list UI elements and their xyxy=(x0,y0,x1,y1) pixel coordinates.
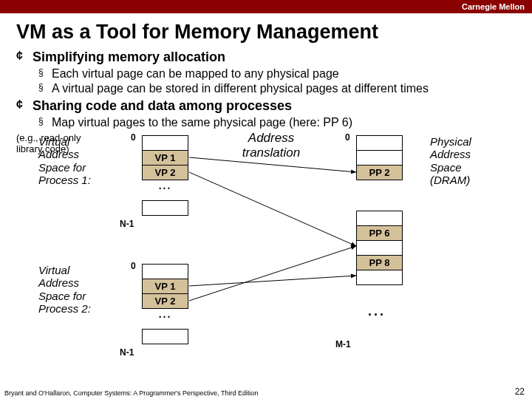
vas1-label: Virtual Address Space for Process 1: xyxy=(38,135,98,186)
bullet-marker: § xyxy=(38,82,52,92)
vas2-label: Virtual Address Space for Process 2: xyxy=(38,264,98,315)
header-bar: Carnegie Mellon xyxy=(0,0,532,13)
bullet-mapped: § Each virtual page can be mapped to any… xyxy=(38,67,516,81)
pp8-cell: PP 8 xyxy=(357,256,403,270)
bullet-simplifying: ¢ Simplifying memory allocation xyxy=(16,50,516,65)
dots: ... xyxy=(368,304,386,319)
vp1-cell: VP 1 xyxy=(143,279,188,294)
vas2-table: VP 1 VP 2 ... xyxy=(142,264,188,344)
bullet-stored: § A virtual page can be stored in differ… xyxy=(38,82,516,95)
vp2-cell: VP 2 xyxy=(143,294,188,309)
bullet-text: Simplifying memory allocation xyxy=(33,50,225,65)
bullet-text: Map virtual pages to the same physical p… xyxy=(52,116,352,129)
dots: ... xyxy=(143,180,188,191)
pas-label: Physical Address Space (DRAM) xyxy=(430,135,500,186)
svg-line-1 xyxy=(189,172,356,246)
slide-title: VM as a Tool for Memory Management xyxy=(0,13,532,50)
pp6-cell: PP 6 xyxy=(357,226,403,241)
idx-zero: 0 xyxy=(345,132,350,143)
bullet-map-same: § Map virtual pages to the same physical… xyxy=(38,116,516,129)
bullet-text: Each virtual page can be mapped to any p… xyxy=(52,67,339,81)
content-area: ¢ Simplifying memory allocation § Each v… xyxy=(0,50,532,358)
vp1-cell: VP 1 xyxy=(143,151,188,166)
pas-table: PP 2 PP 6 PP 8 xyxy=(356,135,403,285)
bullet-marker: ¢ xyxy=(16,98,33,112)
idx-zero: 0 xyxy=(131,132,136,143)
page-number: 22 xyxy=(515,386,525,397)
bullet-text: A virtual page can be stored in differen… xyxy=(52,82,429,95)
bullet-text: Sharing code and data among processes xyxy=(33,98,292,114)
idx-n1: N-1 xyxy=(120,347,134,358)
bullet-marker: § xyxy=(38,116,52,126)
idx-m1: M-1 xyxy=(335,339,351,349)
svg-line-3 xyxy=(189,246,356,301)
bullet-marker: § xyxy=(38,67,52,78)
org-name: Carnegie Mellon xyxy=(462,2,525,11)
svg-line-2 xyxy=(189,276,356,286)
idx-n1: N-1 xyxy=(120,219,134,229)
dots: ... xyxy=(143,309,188,319)
idx-zero: 0 xyxy=(131,261,136,271)
bullet-marker: ¢ xyxy=(16,50,33,63)
bullet-sharing: ¢ Sharing code and data among processes xyxy=(16,98,516,114)
vp2-cell: VP 2 xyxy=(143,166,188,180)
vas1-table: VP 1 VP 2 ... xyxy=(142,135,188,216)
diagram: Virtual Address Space for Process 1: Vir… xyxy=(16,132,516,358)
pp2-cell: PP 2 xyxy=(357,166,403,180)
addr-translation-label: Address translation xyxy=(231,131,312,160)
footer-citation: Bryant and O'Hallaron, Computer Systems:… xyxy=(4,389,258,397)
